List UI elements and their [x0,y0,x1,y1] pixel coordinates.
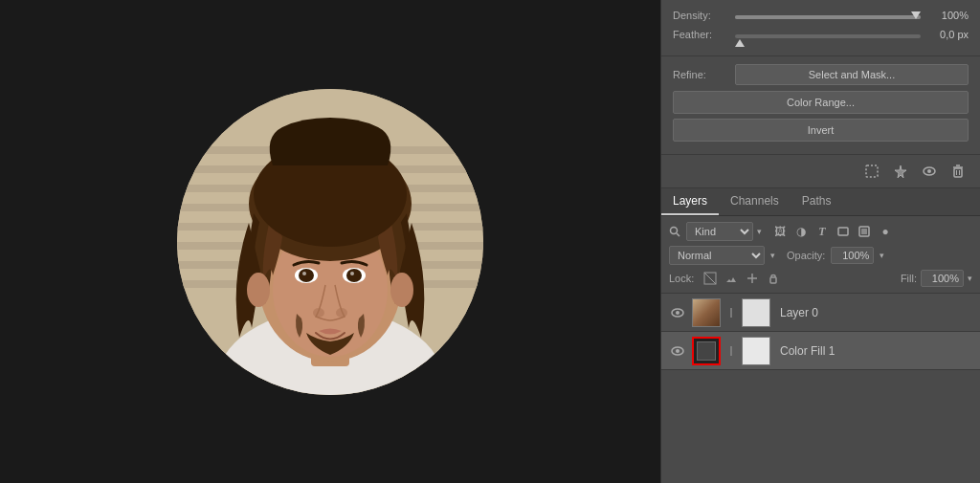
layer-item-1[interactable]: Color Fill 1 [661,332,980,370]
svg-point-22 [336,308,347,318]
fill-input[interactable]: 100% [921,270,964,287]
opacity-label: Opacity: [787,250,825,261]
kind-row: Kind ▾ 🖼 ◑ T ● [669,222,972,241]
density-label: Density: [673,10,735,21]
feather-value: 0,0 px [921,29,969,40]
svg-point-34 [671,228,678,234]
canvas-area [0,0,660,483]
layer-1-visibility-icon[interactable] [669,342,686,360]
refine-label: Refine: [673,69,735,80]
layer-list: Layer 0 Color Fill 1 [661,294,980,483]
lock-image-icon[interactable] [723,270,740,287]
density-slider-track[interactable] [735,15,921,19]
svg-rect-29 [954,168,962,177]
layer-item-0[interactable]: Layer 0 [661,294,980,332]
density-value: 100% [921,10,969,21]
wand-icon-btn[interactable] [890,161,911,182]
circle-filter-icon[interactable]: ● [877,223,894,240]
layer-0-link-icon [724,298,738,327]
refine-row: Refine: Select and Mask... [673,64,969,85]
svg-point-17 [302,272,306,275]
lock-label: Lock: [669,273,694,284]
feather-slider-thumb[interactable] [735,39,745,47]
kind-chevron-icon: ▾ [757,227,762,236]
eye-icon-btn[interactable] [919,161,940,182]
feather-slider-container [735,31,921,38]
lock-transparent-icon[interactable] [702,270,719,287]
svg-point-45 [676,311,679,315]
image-filter-icon[interactable]: 🖼 [771,223,789,240]
svg-point-28 [927,169,931,173]
density-row: Density: 100% [673,10,969,21]
portrait-circle [177,89,483,395]
lock-row: Lock: Fill: 100% ▾ [669,270,972,287]
smart-filter-icon[interactable] [856,223,873,240]
feather-label: Feather: [673,29,735,40]
select-and-mask-button[interactable]: Select and Mask... [735,64,969,85]
feather-slider-track[interactable] [735,34,921,38]
lock-all-icon[interactable] [765,270,782,287]
invert-button[interactable]: Invert [673,119,969,142]
shape-filter-icon[interactable] [835,223,852,240]
blend-mode-select[interactable]: Normal [669,246,765,265]
fill-chevron-icon: ▾ [968,274,972,283]
layers-panel: Layers Channels Paths Kind ▾ 🖼 ◑ T [661,188,980,483]
adjustment-filter-icon[interactable]: ◑ [792,223,810,240]
svg-point-21 [313,308,324,318]
opacity-input[interactable]: 100% [831,247,874,264]
refine-section: Refine: Select and Mask... Color Range..… [661,56,980,155]
fill-label: Fill: [901,273,917,284]
layer-0-visibility-icon[interactable] [669,304,686,321]
tab-layers[interactable]: Layers [661,188,719,215]
svg-rect-25 [866,165,878,177]
opacity-chevron-icon: ▾ [880,251,884,260]
icon-toolbar [661,155,980,188]
tab-channels[interactable]: Channels [719,188,791,215]
feather-row: Feather: 0,0 px [673,29,969,40]
layer-0-thumb [692,298,721,327]
right-panel: Density: 100% Feather: 0,0 px Re [660,0,980,483]
layer-1-name: Color Fill 1 [780,344,972,358]
properties-section: Density: 100% Feather: 0,0 px [661,0,980,56]
svg-point-24 [390,273,413,307]
layers-tabs: Layers Channels Paths [661,188,980,216]
lock-position-icon[interactable] [744,270,761,287]
tab-paths[interactable]: Paths [791,188,843,215]
kind-icons: 🖼 ◑ T ● [771,223,894,240]
svg-point-23 [247,273,270,307]
layer-1-link-icon [724,337,738,365]
density-slider-thumb[interactable] [911,11,921,19]
layer-1-mask-thumb [742,337,770,365]
svg-rect-43 [770,277,776,283]
blend-mode-row: Normal ▾ Opacity: 100% ▾ [669,246,972,265]
svg-point-19 [346,269,362,282]
svg-point-48 [676,349,679,353]
svg-point-20 [350,272,354,275]
search-icon [669,226,680,237]
layer-0-mask-thumb [742,298,770,327]
layer-controls: Kind ▾ 🖼 ◑ T ● [661,216,980,294]
blend-chevron-icon: ▾ [770,251,775,260]
svg-point-16 [299,269,314,282]
svg-marker-26 [895,165,906,178]
svg-line-35 [677,233,679,236]
svg-line-40 [704,273,716,284]
svg-rect-36 [838,228,848,235]
svg-rect-38 [861,229,867,234]
text-filter-icon[interactable]: T [813,223,831,240]
density-slider-container [735,11,921,19]
layer-1-thumb [692,337,721,365]
layer-0-name: Layer 0 [780,306,972,319]
kind-select[interactable]: Kind [686,222,753,241]
delete-icon-btn[interactable] [947,161,969,182]
selection-icon-btn[interactable] [861,161,882,182]
color-range-button[interactable]: Color Range... [673,91,969,114]
